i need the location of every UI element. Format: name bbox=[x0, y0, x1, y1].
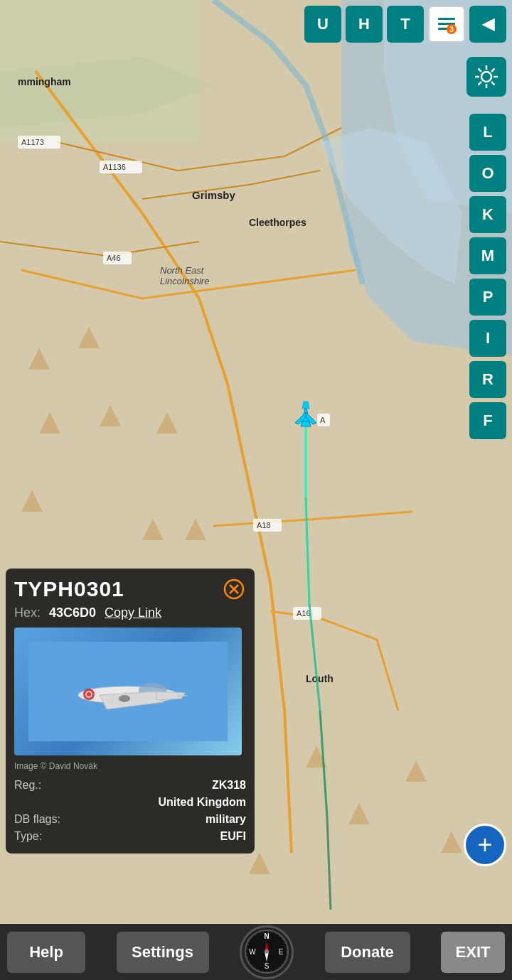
svg-point-69 bbox=[87, 692, 91, 696]
o-filter-button[interactable]: O bbox=[469, 155, 506, 192]
aircraft-image bbox=[14, 628, 242, 755]
svg-text:A1136: A1136 bbox=[103, 163, 126, 171]
panel-header: TYPH0301 bbox=[14, 577, 246, 601]
country-row: United Kingdom bbox=[14, 794, 246, 811]
top-toolbar: U H T 3 ◀ bbox=[304, 6, 506, 43]
add-button[interactable]: + bbox=[464, 824, 506, 866]
callsign-text: TYPH0301 bbox=[14, 577, 124, 601]
svg-text:North East: North East bbox=[160, 265, 205, 276]
dbflags-row: DB flags: military bbox=[14, 811, 246, 828]
aircraft-panel: TYPH0301 Hex: 43C6D0 Copy Link bbox=[6, 569, 255, 854]
type-label: Type: bbox=[14, 830, 42, 843]
t-filter-button[interactable]: T bbox=[387, 6, 424, 43]
reg-value: ZK318 bbox=[212, 779, 246, 792]
svg-text:S: S bbox=[264, 962, 269, 970]
svg-text:A1173: A1173 bbox=[21, 138, 44, 146]
f-filter-button[interactable]: F bbox=[469, 402, 506, 439]
hex-label: Hex: bbox=[14, 605, 41, 620]
svg-text:A46: A46 bbox=[107, 254, 121, 262]
svg-point-70 bbox=[119, 695, 130, 702]
u-filter-button[interactable]: U bbox=[304, 6, 341, 43]
type-row: Type: EUFI bbox=[14, 828, 246, 845]
svg-point-48 bbox=[481, 72, 491, 82]
back-button[interactable]: ◀ bbox=[469, 6, 506, 43]
svg-line-53 bbox=[479, 69, 481, 72]
svg-rect-43 bbox=[438, 18, 455, 20]
right-filter-panel: L O K M P I R F bbox=[469, 114, 506, 439]
back-icon: ◀ bbox=[482, 15, 494, 33]
svg-text:Cleethorpes: Cleethorpes bbox=[249, 217, 306, 228]
k-filter-button[interactable]: K bbox=[469, 196, 506, 233]
svg-marker-42 bbox=[302, 402, 309, 409]
dbflags-label: DB flags: bbox=[14, 813, 60, 826]
svg-text:A16: A16 bbox=[297, 609, 311, 618]
svg-text:Grimsby: Grimsby bbox=[192, 189, 236, 201]
r-filter-button[interactable]: R bbox=[469, 361, 506, 398]
bottom-toolbar: Help Settings N S W E Donate EXIT bbox=[0, 924, 512, 980]
type-value: EUFI bbox=[220, 830, 246, 843]
image-credit-text: Image © David Novák bbox=[14, 761, 246, 771]
svg-text:W: W bbox=[249, 948, 256, 956]
donate-button[interactable]: Donate bbox=[325, 932, 410, 973]
reg-label: Reg.: bbox=[14, 779, 41, 792]
panel-close-button[interactable] bbox=[222, 577, 246, 601]
country-value: United Kingdom bbox=[158, 796, 246, 809]
map-settings-button[interactable] bbox=[466, 57, 506, 97]
svg-point-79 bbox=[265, 949, 269, 954]
svg-text:A18: A18 bbox=[257, 521, 271, 529]
svg-text:3: 3 bbox=[449, 26, 454, 33]
layers-button[interactable]: 3 bbox=[428, 6, 465, 43]
m-filter-button[interactable]: M bbox=[469, 237, 506, 274]
hex-value: 43C6D0 bbox=[49, 605, 96, 620]
svg-text:A: A bbox=[320, 416, 326, 424]
svg-text:Louth: Louth bbox=[306, 673, 334, 684]
h-filter-button[interactable]: H bbox=[346, 6, 383, 43]
dbflags-value: military bbox=[206, 813, 246, 826]
svg-text:Lincolnshire: Lincolnshire bbox=[160, 276, 209, 286]
exit-button[interactable]: EXIT bbox=[441, 932, 505, 973]
svg-text:mmingham: mmingham bbox=[18, 76, 71, 87]
hex-row: Hex: 43C6D0 Copy Link bbox=[14, 605, 246, 620]
i-filter-button[interactable]: I bbox=[469, 320, 506, 357]
svg-marker-41 bbox=[301, 421, 311, 426]
svg-line-54 bbox=[491, 82, 494, 85]
settings-button[interactable]: Settings bbox=[117, 932, 209, 973]
svg-text:N: N bbox=[264, 932, 269, 940]
svg-text:E: E bbox=[278, 948, 283, 956]
reg-row: Reg.: ZK318 bbox=[14, 777, 246, 794]
l-filter-button[interactable]: L bbox=[469, 114, 506, 151]
compass-logo: N S W E bbox=[240, 925, 294, 979]
copy-link-button[interactable]: Copy Link bbox=[105, 605, 161, 620]
help-button[interactable]: Help bbox=[7, 932, 85, 973]
svg-line-56 bbox=[479, 82, 481, 85]
p-filter-button[interactable]: P bbox=[469, 279, 506, 316]
plus-icon: + bbox=[477, 832, 492, 858]
svg-line-55 bbox=[491, 69, 494, 72]
